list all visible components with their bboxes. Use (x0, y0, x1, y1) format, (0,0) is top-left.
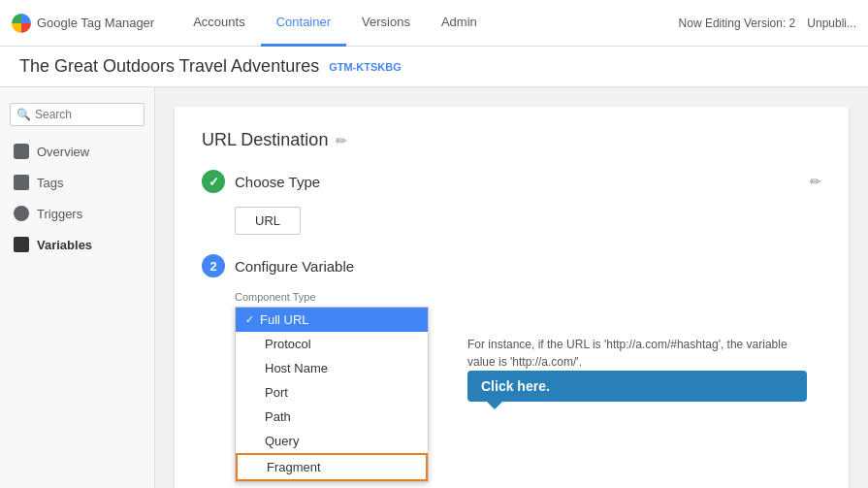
step-2: 2 Configure Variable Component Type ✓ Fu… (202, 254, 821, 488)
site-header: The Great Outdoors Travel Adventures GTM… (0, 47, 868, 87)
step2-badge: 2 (202, 254, 225, 277)
nav-accounts[interactable]: Accounts (177, 0, 260, 47)
dropdown-container: ✓ Full URL Protocol Host Name (235, 307, 429, 488)
nav-container[interactable]: Container (261, 0, 346, 47)
dropdown-list: ✓ Full URL Protocol Host Name (235, 307, 429, 482)
nav-admin[interactable]: Admin (426, 0, 493, 47)
right-side: For instance, if the URL is 'http://a.co… (448, 307, 807, 402)
dropdown-and-tip: ✓ Full URL Protocol Host Name (235, 307, 821, 488)
dropdown-label-query: Query (265, 434, 299, 448)
app-name: Google Tag Manager (37, 16, 154, 30)
sidebar-label-overview: Overview (37, 145, 89, 159)
search-input[interactable] (35, 108, 138, 121)
step1-edit-icon[interactable]: ✏ (810, 174, 821, 189)
description-text: For instance, if the URL is 'http://a.co… (467, 336, 807, 371)
overview-icon (14, 144, 29, 159)
sidebar-label-tags: Tags (37, 176, 63, 190)
click-here-tooltip[interactable]: Click here. (467, 371, 807, 402)
top-right-info: Now Editing Version: 2 Unpubli... (679, 16, 856, 30)
step1-badge: ✓ (202, 170, 225, 193)
card-title-text: URL Destination (202, 130, 328, 150)
dropdown-item-query[interactable]: Query (236, 429, 428, 453)
step-1: ✓ Choose Type ✏ URL (202, 170, 821, 235)
step1-title: Choose Type (235, 174, 320, 190)
dropdown-item-fragment[interactable]: Fragment (236, 453, 428, 481)
sidebar-item-tags[interactable]: Tags (0, 167, 154, 198)
tags-icon (14, 175, 29, 190)
search-box[interactable]: 🔍 (10, 103, 145, 126)
step1-header: ✓ Choose Type ✏ (202, 170, 821, 193)
site-title: The Great Outdoors Travel Adventures (19, 56, 319, 77)
sidebar-label-triggers: Triggers (37, 207, 82, 221)
dropdown-item-port[interactable]: Port (236, 380, 428, 405)
sidebar-label-variables: Variables (37, 238, 92, 252)
dropdown-label-path: Path (265, 409, 291, 424)
sidebar-item-overview[interactable]: Overview (0, 136, 154, 167)
dropdown-label-host-name: Host Name (265, 361, 328, 375)
nav-links: Accounts Container Versions Admin (177, 0, 493, 47)
checkmark-icon: ✓ (245, 313, 254, 326)
title-edit-icon[interactable]: ✏ (336, 133, 347, 148)
editing-version-text: Now Editing Version: 2 (679, 16, 796, 30)
dropdown-item-protocol[interactable]: Protocol (236, 332, 428, 356)
nav-versions[interactable]: Versions (346, 0, 426, 47)
main-content: URL Destination ✏ ✓ Choose Type ✏ URL 2 … (155, 87, 868, 488)
dropdown-label-protocol: Protocol (265, 337, 311, 351)
dropdown-label-port: Port (265, 385, 288, 400)
sidebar-item-variables[interactable]: Variables (0, 229, 154, 260)
dropdown-item-host-name[interactable]: Host Name (236, 356, 428, 380)
config-section: Component Type ✓ Full URL (235, 291, 821, 488)
dropdown-label-fragment: Fragment (267, 460, 321, 474)
card: URL Destination ✏ ✓ Choose Type ✏ URL 2 … (175, 107, 849, 488)
main-layout: 🔍 Overview Tags Triggers Variables URL D… (0, 87, 868, 488)
gtm-badge: GTM-KTSKBG (329, 61, 402, 73)
component-type-label: Component Type (235, 291, 821, 303)
publish-status: Unpubli... (807, 16, 856, 30)
triggers-icon (14, 206, 29, 221)
google-logo-icon (12, 14, 31, 33)
card-title-row: URL Destination ✏ (202, 130, 821, 150)
dropdown-label-full-url: Full URL (260, 312, 309, 327)
sidebar: 🔍 Overview Tags Triggers Variables (0, 87, 155, 488)
dropdown-item-path[interactable]: Path (236, 405, 428, 429)
url-type-button[interactable]: URL (235, 207, 301, 235)
search-icon: 🔍 (16, 108, 31, 121)
step2-header: 2 Configure Variable (202, 254, 821, 277)
top-navigation: Google Tag Manager Accounts Container Ve… (0, 0, 868, 47)
sidebar-item-triggers[interactable]: Triggers (0, 198, 154, 229)
variables-icon (14, 237, 29, 252)
dropdown-item-full-url[interactable]: ✓ Full URL (236, 308, 428, 332)
step2-title: Configure Variable (235, 258, 354, 275)
logo-area: Google Tag Manager (12, 14, 154, 33)
